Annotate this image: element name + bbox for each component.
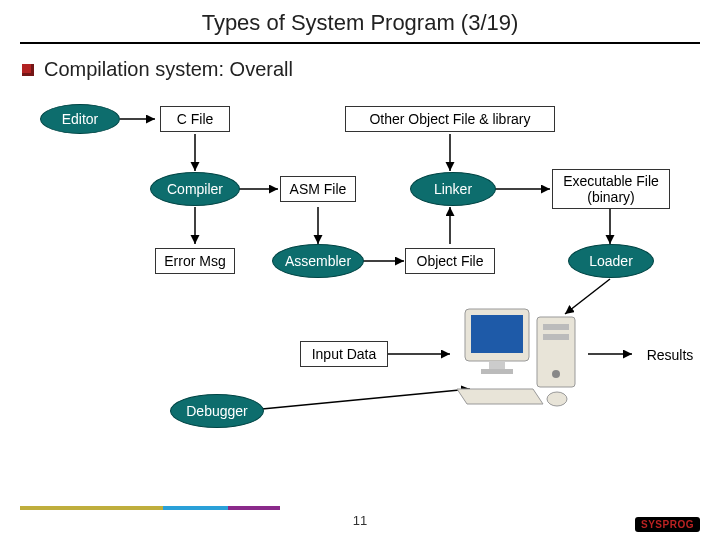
bullet-icon	[22, 64, 34, 76]
node-other-object-file: Other Object File & library	[345, 106, 555, 132]
svg-rect-20	[489, 361, 505, 369]
svg-rect-16	[543, 334, 569, 340]
bullet-text: Compilation system: Overall	[44, 58, 293, 81]
svg-point-23	[547, 392, 567, 406]
slide-title: Types of System Program (3/19)	[0, 0, 720, 42]
node-compiler: Compiler	[150, 172, 240, 206]
svg-line-13	[262, 389, 470, 409]
node-object-file: Object File	[405, 248, 495, 274]
computer-illustration	[455, 299, 585, 409]
node-asm-file: ASM File	[280, 176, 356, 202]
node-results: Results	[635, 344, 705, 366]
title-underline	[20, 42, 700, 44]
node-linker: Linker	[410, 172, 496, 206]
footer-color-bar	[20, 506, 280, 510]
sysprog-logo: SYSPROG	[635, 517, 700, 532]
node-debugger: Debugger	[170, 394, 264, 428]
bullet-row: Compilation system: Overall	[22, 58, 720, 81]
node-error-msg: Error Msg	[155, 248, 235, 274]
node-editor: Editor	[40, 104, 120, 134]
svg-marker-22	[457, 389, 543, 404]
slide-number: 11	[0, 513, 720, 528]
node-executable-file: Executable File (binary)	[552, 169, 670, 209]
svg-point-17	[552, 370, 560, 378]
svg-rect-19	[471, 315, 523, 353]
node-c-file: C File	[160, 106, 230, 132]
node-loader: Loader	[568, 244, 654, 278]
node-assembler: Assembler	[272, 244, 364, 278]
diagram-arrows	[0, 99, 720, 469]
diagram-canvas: Editor C File Other Object File & librar…	[0, 99, 720, 469]
svg-rect-21	[481, 369, 513, 374]
node-input-data: Input Data	[300, 341, 388, 367]
svg-rect-15	[543, 324, 569, 330]
